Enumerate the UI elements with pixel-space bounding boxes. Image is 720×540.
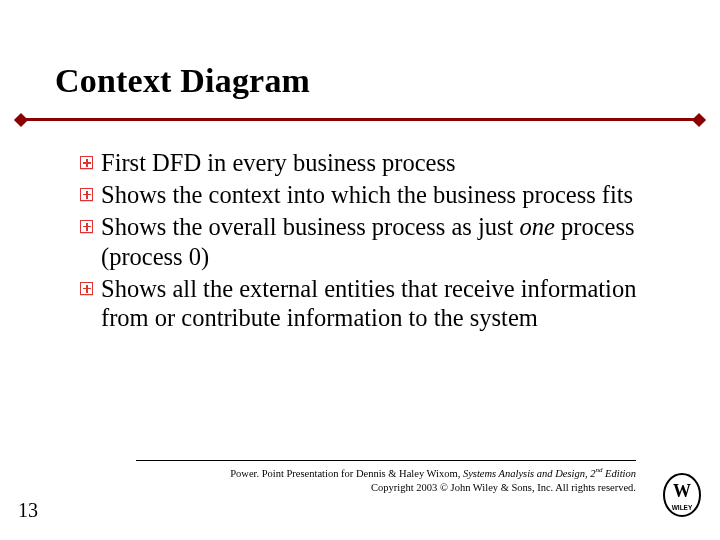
title-divider: [18, 113, 702, 127]
bullet-icon: [80, 188, 93, 201]
footer-title-italic: Systems Analysis and Design,: [463, 468, 590, 479]
wiley-logo-icon: W WILEY: [662, 472, 702, 518]
bullet-text: First DFD in every business process: [101, 148, 456, 178]
bullet-item: Shows all the external entities that rec…: [80, 274, 670, 334]
bullet-item: First DFD in every business process: [80, 148, 670, 178]
footer-ed-post: Edition: [602, 468, 636, 479]
footer-text: Power. Point Presentation for Dennis & H…: [136, 466, 636, 495]
bullet-icon: [80, 156, 93, 169]
footer-line-2: Copyright 2003 © John Wiley & Sons, Inc.…: [136, 481, 636, 495]
diamond-right-icon: [692, 112, 706, 126]
svg-text:W: W: [673, 481, 691, 501]
slide: Context Diagram First DFD in every busin…: [0, 0, 720, 540]
bullet-list: First DFD in every business process Show…: [80, 148, 670, 335]
footer-divider: [136, 460, 636, 461]
bullet-item: Shows the context into which the busines…: [80, 180, 670, 210]
bullet-pre: Shows the overall business process as ju…: [101, 213, 520, 240]
slide-title: Context Diagram: [55, 62, 665, 100]
bullet-italic: one: [520, 213, 555, 240]
bullet-item: Shows the overall business process as ju…: [80, 212, 670, 272]
title-area: Context Diagram: [55, 62, 665, 100]
bullet-icon: [80, 220, 93, 233]
footer-line-1: Power. Point Presentation for Dennis & H…: [136, 466, 636, 481]
svg-text:WILEY: WILEY: [672, 504, 693, 511]
divider-line: [18, 118, 702, 121]
bullet-text: Shows all the external entities that rec…: [101, 274, 670, 334]
page-number: 13: [18, 499, 38, 522]
bullet-text: Shows the context into which the busines…: [101, 180, 633, 210]
bullet-text: Shows the overall business process as ju…: [101, 212, 670, 272]
bullet-icon: [80, 282, 93, 295]
footer-pre: Power. Point Presentation for Dennis & H…: [230, 468, 463, 479]
